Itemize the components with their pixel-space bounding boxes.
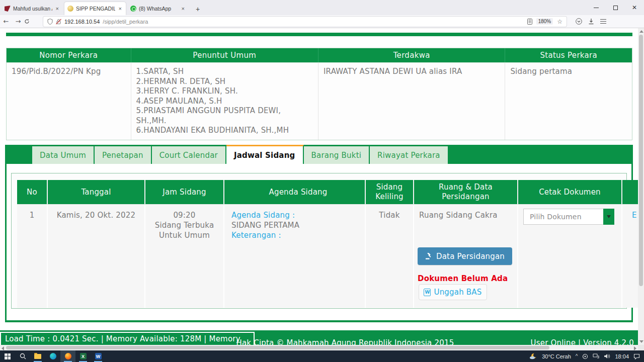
edit-link[interactable]: E	[632, 210, 637, 220]
new-tab-button[interactable]: +	[192, 3, 204, 15]
close-button[interactable]: ✕	[625, 0, 644, 15]
volume-icon[interactable]	[604, 353, 610, 359]
tab-riwayat-perkara[interactable]: Riwayat Perkara	[370, 146, 449, 164]
tray-app-icon[interactable]	[582, 353, 588, 359]
col-header-tanggal: Tanggal	[48, 180, 145, 205]
case-summary-table: Nomor Perkara Penuntut Umum Terdakwa Sta…	[6, 48, 632, 140]
reload-button[interactable]	[24, 19, 36, 24]
windows-taskbar: X W 30°C Cerah ^ 18:04	[0, 350, 644, 362]
browser-tab-title: (8) WhatsApp	[139, 6, 178, 12]
col-header-penuntut-umum: Penuntut Umum	[131, 48, 318, 62]
network-icon[interactable]	[593, 353, 599, 359]
word-doc-icon: W	[424, 289, 431, 296]
forward-button[interactable]: →	[12, 18, 24, 25]
url-domain: 192.168.10.54	[64, 19, 100, 25]
search-icon	[20, 353, 26, 359]
hearing-openness-2: Untuk Umum	[145, 230, 223, 240]
scroll-left-icon[interactable]	[2, 346, 4, 350]
scroll-down-icon[interactable]	[639, 340, 643, 343]
insecure-lock-icon[interactable]	[56, 19, 61, 25]
col-header-no: No	[17, 180, 48, 205]
col-header-jam-sidang: Jam Sidang	[145, 180, 224, 205]
tab-jadwal-sidang[interactable]: Jadwal Sidang	[226, 145, 304, 164]
windows-logo-icon	[5, 353, 11, 359]
prosecutor-item: 3.HERRY C. FRANKLIN, SH.	[136, 86, 313, 97]
top-green-strip	[6, 33, 632, 36]
keterangan-link[interactable]: Keterangan :	[231, 230, 365, 240]
vertical-scrollbar[interactable]	[638, 28, 644, 345]
window-controls: ✕	[587, 0, 644, 15]
case-table-header-row: Nomor Perkara Penuntut Umum Terdakwa Sta…	[7, 48, 632, 62]
notification-icon[interactable]	[633, 353, 640, 359]
excel-button[interactable]: X	[75, 350, 91, 362]
horizontal-scroll-thumb[interactable]	[6, 346, 549, 349]
tab-penetapan[interactable]: Penetapan	[95, 146, 152, 164]
word-button[interactable]: W	[91, 350, 106, 362]
tab-barang-bukti[interactable]: Barang Bukti	[304, 146, 370, 164]
restore-button[interactable]	[606, 0, 625, 15]
zoom-level-badge[interactable]: 180%	[536, 18, 553, 25]
browser-tab-title: Mahfud usulkan ASN Mahkama	[13, 6, 52, 12]
courtroom-name: Ruang Sidang Cakra	[414, 210, 517, 220]
start-button[interactable]	[0, 350, 15, 362]
reader-mode-icon[interactable]	[527, 19, 532, 25]
pilih-dokumen-select[interactable]: Pilih Dokumen	[523, 209, 614, 225]
case-table-row: 196/Pid.B/2022/PN Kpg 1.SARTA, SH 2.HERM…	[7, 62, 632, 140]
schedule-table: No Tanggal Jam Sidang Agenda Sidang Sida…	[17, 180, 638, 308]
tab-close-icon[interactable]: ×	[118, 6, 123, 12]
sipp-favicon-icon	[67, 6, 73, 12]
folder-icon	[34, 354, 41, 359]
horizontal-scrollbar[interactable]	[0, 345, 638, 350]
taskbar-search-button[interactable]	[15, 350, 30, 362]
agenda-link[interactable]: Agenda Sidang :	[231, 210, 365, 220]
hearing-time-cell: 09:20 Sidang Terbuka Untuk Umum	[145, 205, 224, 308]
sipp-page: Nomor Perkara Penuntut Umum Terdakwa Sta…	[0, 28, 638, 350]
pocket-icon[interactable]	[576, 18, 582, 25]
firefox-button[interactable]	[60, 350, 75, 362]
col-header-sidang-keliling: Sidang Keliling	[366, 180, 414, 205]
file-explorer-button[interactable]	[30, 350, 45, 362]
weather-icon[interactable]	[529, 353, 537, 359]
back-button[interactable]: ←	[0, 18, 12, 25]
tab-court-calendar[interactable]: Court Calendar	[152, 146, 226, 164]
browser-urlbar: ← → 192.168.10.54/sipp/detil_perkara 180…	[0, 15, 644, 28]
unggah-bas-button[interactable]: W Unggah BAS	[419, 284, 487, 300]
data-persidangan-label: Data Persidangan	[436, 251, 505, 261]
shield-permissions-icon[interactable]	[47, 19, 53, 25]
vertical-scroll-thumb[interactable]	[639, 35, 643, 286]
schedule-row: 1 Kamis, 20 Okt. 2022 09:20 Sidang Terbu…	[17, 205, 638, 308]
agenda-cell: Agenda Sidang : SIDANG PERTAMA Keteranga…	[224, 205, 366, 308]
menu-hamburger-icon[interactable]	[600, 19, 606, 24]
sidang-keliling-value: Tidak	[366, 205, 414, 308]
courtroom-cell: Ruang Sidang Cakra Data Persidangan Doku…	[414, 205, 518, 308]
scroll-right-icon[interactable]	[634, 346, 636, 350]
hearing-openness: Sidang Terbuka	[145, 220, 223, 230]
prosecutor-item: 6.HANDAYANI EKA BUDHIANITA, SH.,MH	[136, 126, 313, 136]
browser-tab-news[interactable]: Mahfud usulkan ASN Mahkama ×	[2, 2, 63, 15]
browser-tab-sipp[interactable]: SIPP PENGADILAN NEGERI KUPA ×	[64, 2, 126, 15]
clock[interactable]: 18:04	[615, 353, 629, 359]
prosecutor-item: 4.ASEP MAULANA, S.H	[136, 97, 313, 107]
agenda-value: SIDANG PERTAMA	[231, 220, 365, 230]
url-input[interactable]: 192.168.10.54/sipp/detil_perkara 180% ☆	[43, 17, 567, 27]
prosecutor-list: 1.SARTA, SH 2.HERMAN R. DETA, SH 3.HERRY…	[131, 63, 318, 140]
edge-icon	[50, 353, 56, 359]
download-icon[interactable]	[588, 18, 594, 25]
data-persidangan-button[interactable]: Data Persidangan	[418, 247, 512, 265]
scroll-up-icon[interactable]	[639, 30, 643, 33]
minimize-button[interactable]	[587, 0, 606, 15]
col-header-terdakwa: Terdakwa	[318, 48, 505, 62]
select-dropdown-button[interactable]	[603, 209, 614, 225]
bookmark-star-icon[interactable]: ☆	[557, 18, 562, 25]
tab-close-icon[interactable]: ×	[55, 6, 60, 12]
hearing-time: 09:20	[145, 210, 223, 220]
weather-temperature[interactable]: 30°C Cerah	[542, 353, 571, 359]
tab-data-umum[interactable]: Data Umum	[32, 146, 95, 164]
tab-close-icon[interactable]: ×	[181, 6, 186, 12]
browser-tabstrip: Mahfud usulkan ASN Mahkama × SIPP PENGAD…	[0, 0, 644, 15]
chevron-down-icon	[607, 215, 611, 218]
reload-icon	[24, 19, 30, 24]
edge-button[interactable]	[45, 350, 60, 362]
browser-tab-whatsapp[interactable]: (8) WhatsApp ×	[127, 2, 189, 15]
tray-chevron-up-icon[interactable]: ^	[576, 353, 578, 359]
